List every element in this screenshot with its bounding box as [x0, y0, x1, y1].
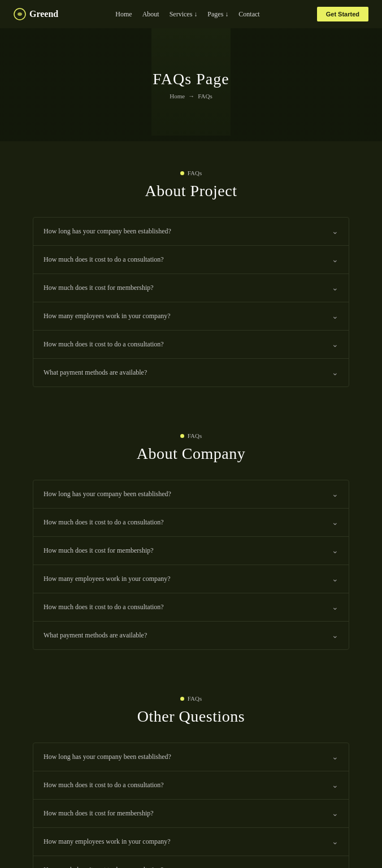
- section-dot-0: [180, 171, 184, 175]
- faq-question-0-4: How much does it cost to do a consultati…: [44, 340, 164, 349]
- section-title-2: Other Questions: [14, 708, 368, 726]
- breadcrumb-current: FAQs: [198, 93, 212, 99]
- faq-item-1-4[interactable]: How much does it cost to do a consultati…: [33, 593, 349, 622]
- section-tag-1: FAQs: [14, 432, 368, 439]
- faq-item-2-0[interactable]: How long has your company been establish…: [33, 743, 349, 771]
- faq-question-0-2: How much does it cost for membership?: [44, 284, 154, 292]
- faq-question-1-3: How many employees work in your company?: [44, 575, 171, 583]
- chevron-down-icon: ⌄: [332, 227, 338, 236]
- nav-contact[interactable]: Contact: [238, 10, 259, 19]
- chevron-down-icon: ⌄: [332, 602, 338, 612]
- faq-item-2-4[interactable]: How much does it cost to do a consultati…: [33, 856, 349, 868]
- navbar: Greend Home About Services ↓ Pages ↓ Con…: [0, 0, 382, 28]
- faq-section-2: FAQs Other Questions How long has your c…: [0, 667, 382, 868]
- faq-container: FAQs About Project How long has your com…: [0, 141, 382, 868]
- chevron-down-icon: ⌄: [332, 283, 338, 293]
- nav-about[interactable]: About: [142, 10, 159, 19]
- faq-question-0-3: How many employees work in your company?: [44, 312, 171, 320]
- chevron-down-icon: ⌄: [332, 865, 338, 868]
- section-dot-1: [180, 434, 184, 438]
- logo-text: Greend: [29, 9, 58, 19]
- faq-list-0: How long has your company been establish…: [33, 217, 349, 387]
- faq-question-0-5: What payment methods are available?: [44, 368, 147, 377]
- faq-question-0-0: How long has your company been establish…: [44, 227, 171, 236]
- chevron-down-icon: ⌄: [332, 340, 338, 349]
- section-tag-0: FAQs: [14, 170, 368, 176]
- hero-title: FAQs Page: [153, 70, 229, 88]
- get-started-button[interactable]: Get Started: [317, 7, 368, 21]
- faq-item-2-2[interactable]: How much does it cost for membership? ⌄: [33, 800, 349, 828]
- faq-item-1-2[interactable]: How much does it cost for membership? ⌄: [33, 537, 349, 565]
- chevron-down-icon: ⌄: [332, 752, 338, 762]
- breadcrumb: Home → FAQs: [153, 93, 229, 99]
- chevron-down-icon: ⌄: [332, 631, 338, 640]
- faq-question-2-4: How much does it cost to do a consultati…: [44, 866, 164, 868]
- logo-icon: [14, 8, 26, 20]
- faq-item-0-3[interactable]: How many employees work in your company?…: [33, 302, 349, 331]
- faq-list-1: How long has your company been establish…: [33, 480, 349, 650]
- section-tag-2: FAQs: [14, 695, 368, 702]
- faq-item-0-4[interactable]: How much does it cost to do a consultati…: [33, 331, 349, 359]
- faq-item-1-3[interactable]: How many employees work in your company?…: [33, 565, 349, 593]
- faq-question-1-5: What payment methods are available?: [44, 631, 147, 640]
- section-title-1: About Company: [14, 445, 368, 463]
- faq-item-0-0[interactable]: How long has your company been establish…: [33, 218, 349, 246]
- faq-question-1-2: How much does it cost for membership?: [44, 546, 154, 555]
- faq-item-1-5[interactable]: What payment methods are available? ⌄: [33, 622, 349, 649]
- nav-home[interactable]: Home: [115, 10, 132, 19]
- chevron-down-icon: ⌄: [332, 574, 338, 584]
- faq-question-1-0: How long has your company been establish…: [44, 490, 171, 498]
- nav-links: Home About Services ↓ Pages ↓ Contact: [115, 10, 259, 19]
- faq-question-2-3: How many employees work in your company?: [44, 837, 171, 846]
- faq-question-0-1: How much does it cost to do a consultati…: [44, 255, 164, 264]
- chevron-down-icon: ⌄: [332, 809, 338, 818]
- faq-item-1-0[interactable]: How long has your company been establish…: [33, 480, 349, 509]
- section-title-0: About Project: [14, 182, 368, 200]
- section-tag-label-1: FAQs: [188, 432, 202, 439]
- faq-item-2-1[interactable]: How much does it cost to do a consultati…: [33, 771, 349, 800]
- faq-item-2-3[interactable]: How many employees work in your company?…: [33, 828, 349, 856]
- breadcrumb-arrow: →: [188, 93, 194, 99]
- faq-section-0: FAQs About Project How long has your com…: [0, 141, 382, 404]
- faq-section-1: FAQs About Company How long has your com…: [0, 404, 382, 667]
- faq-item-1-1[interactable]: How much does it cost to do a consultati…: [33, 509, 349, 537]
- faq-item-0-2[interactable]: How much does it cost for membership? ⌄: [33, 274, 349, 302]
- faq-question-2-1: How much does it cost to do a consultati…: [44, 781, 164, 789]
- chevron-down-icon: ⌄: [332, 311, 338, 321]
- faq-question-1-4: How much does it cost to do a consultati…: [44, 603, 164, 611]
- hero-section: FAQs Page Home → FAQs: [0, 28, 382, 141]
- section-tag-label-2: FAQs: [188, 695, 202, 702]
- section-tag-label-0: FAQs: [188, 170, 202, 176]
- faq-question-2-2: How much does it cost for membership?: [44, 809, 154, 818]
- nav-services[interactable]: Services ↓: [170, 10, 198, 19]
- chevron-down-icon: ⌄: [332, 255, 338, 264]
- chevron-down-icon: ⌄: [332, 546, 338, 555]
- nav-pages[interactable]: Pages ↓: [207, 10, 228, 19]
- chevron-down-icon: ⌄: [332, 518, 338, 527]
- section-dot-2: [180, 697, 184, 701]
- chevron-down-icon: ⌄: [332, 780, 338, 790]
- faq-question-2-0: How long has your company been establish…: [44, 753, 171, 761]
- chevron-down-icon: ⌄: [332, 837, 338, 847]
- chevron-down-icon: ⌄: [332, 489, 338, 499]
- faq-item-0-1[interactable]: How much does it cost to do a consultati…: [33, 246, 349, 274]
- faq-item-0-5[interactable]: What payment methods are available? ⌄: [33, 359, 349, 387]
- hero-content: FAQs Page Home → FAQs: [153, 70, 229, 99]
- breadcrumb-home[interactable]: Home: [170, 93, 185, 99]
- chevron-down-icon: ⌄: [332, 368, 338, 377]
- faq-list-2: How long has your company been establish…: [33, 743, 349, 868]
- logo[interactable]: Greend: [14, 8, 58, 20]
- faq-question-1-1: How much does it cost to do a consultati…: [44, 518, 164, 527]
